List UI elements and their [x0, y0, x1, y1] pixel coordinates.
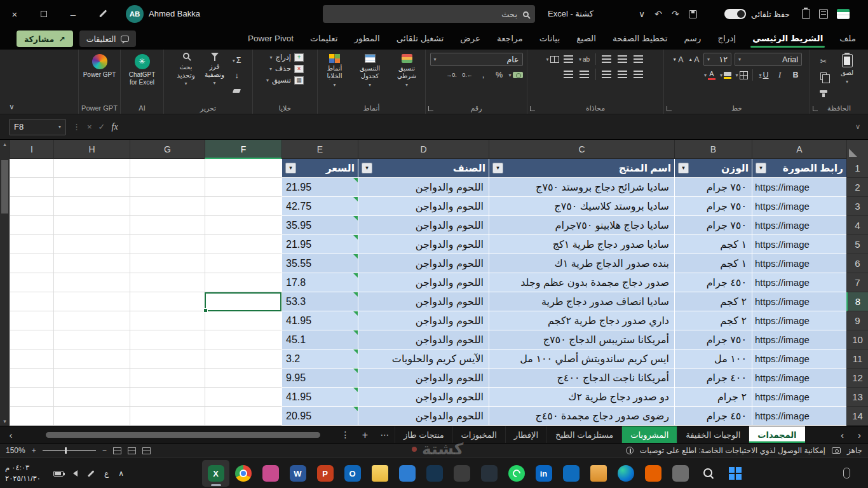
filter-button-D[interactable]: ▾	[362, 163, 372, 173]
row-header-1[interactable]: 1	[846, 159, 868, 178]
cell-H6[interactable]	[53, 254, 130, 273]
cell-I13[interactable]	[10, 388, 53, 407]
cell-E11[interactable]: 3.2	[281, 349, 358, 369]
cut-button[interactable]: ✂	[817, 55, 830, 67]
chatgpt-for-excel-button[interactable]: ✳ ChatGPT for Excel	[124, 53, 161, 86]
cell-styles-button[interactable]: أنماط الخلايا ▾	[320, 53, 350, 88]
cell-G4[interactable]	[130, 216, 205, 235]
cell-H12[interactable]	[53, 369, 130, 388]
cell-B9[interactable]: ٢ كجم	[674, 311, 752, 330]
cell-B6[interactable]: ١ كجم	[674, 254, 752, 273]
cell-G8[interactable]	[130, 292, 205, 311]
fill-button[interactable]: ↓	[231, 69, 243, 82]
dialog-launcher-icon[interactable]	[667, 106, 672, 111]
cell-C4[interactable]: ساديا دجاج هلابينو ٧٥٠جرام	[489, 216, 674, 235]
row-header-6[interactable]: 6	[846, 254, 868, 273]
decrease-decimal-button[interactable]: .0→	[445, 69, 458, 81]
autosave-toggle[interactable]	[724, 9, 746, 19]
taskbar-app-chrome[interactable]	[229, 460, 257, 487]
cell-F3[interactable]	[205, 197, 281, 216]
conditional-formatting-button[interactable]: تنسيق شرطي ▾	[390, 53, 424, 88]
cell-A10[interactable]: https://image	[752, 330, 846, 349]
excel-sheet-icon[interactable]	[837, 9, 850, 19]
sheet-tab-5[interactable]: المخبوزات	[452, 426, 505, 443]
comma-format-button[interactable]: ,	[477, 69, 489, 81]
cell-I2[interactable]	[10, 178, 53, 197]
cell-D10[interactable]: اللحوم والدواجن	[358, 330, 489, 349]
row-header-7[interactable]: 7	[846, 273, 868, 292]
dialog-launcher-icon[interactable]	[530, 106, 535, 111]
cell-A5[interactable]: https://image	[752, 235, 846, 254]
cell-I1[interactable]	[10, 159, 53, 178]
close-button[interactable]: ×	[0, 0, 29, 28]
cell-I14[interactable]	[10, 407, 53, 426]
cell-H13[interactable]	[53, 388, 130, 407]
cancel-entry-icon[interactable]: ×	[87, 122, 92, 132]
sheet-tab-4[interactable]: الإفطار	[505, 426, 546, 443]
cell-H5[interactable]	[53, 235, 130, 254]
taskbar-app-compass-app[interactable]	[421, 460, 448, 487]
cell-D14[interactable]: اللحوم والدواجن	[358, 407, 489, 426]
taskbar-app-excel[interactable]: X	[202, 460, 229, 487]
row-header-3[interactable]: 3	[846, 197, 868, 216]
insert-function-icon[interactable]: fx	[112, 122, 118, 132]
cell-C12[interactable]: أمريكانا ناجت الدجاج ٤٠٠ج	[489, 369, 674, 388]
shrink-font-button[interactable]: A▼	[672, 53, 684, 66]
format-painter-button[interactable]	[817, 85, 830, 98]
row-header-9[interactable]: 9	[846, 311, 868, 330]
taskbar-app-powerpoint[interactable]: P	[311, 460, 339, 487]
save-icon[interactable]	[689, 10, 697, 18]
horizontal-scrollbar[interactable]	[22, 426, 336, 443]
cell-I3[interactable]	[10, 197, 53, 216]
expand-formula-bar-icon[interactable]: ∨	[855, 123, 863, 131]
ribbon-tab-9[interactable]: تشغيل تلقائي	[388, 28, 452, 50]
row-header-10[interactable]: 10	[846, 330, 868, 349]
ribbon-options-icon[interactable]: ∨	[639, 9, 645, 19]
row-header-12[interactable]: 12	[846, 369, 868, 388]
cell-E2[interactable]: 21.95	[281, 178, 358, 197]
percent-format-button[interactable]: %	[492, 69, 505, 81]
italic-button[interactable]: I	[773, 69, 786, 81]
cell-C11[interactable]: ايس كريم ساندويتش أصلي ١٠٠ مل	[489, 349, 674, 369]
fill-color-button[interactable]: ▾	[719, 69, 732, 81]
cell-A2[interactable]: https://image	[752, 178, 846, 197]
cell-D2[interactable]: اللحوم والدواجن	[358, 178, 489, 197]
font-name-select[interactable]: Arial ▾	[735, 53, 802, 66]
sheet-tab-2[interactable]: المشروبات	[621, 426, 677, 443]
align-top-button[interactable]	[632, 53, 645, 65]
cell-E10[interactable]: 45.1	[281, 330, 358, 349]
ribbon-tab-4[interactable]: تخطيط الصفحة	[604, 28, 676, 50]
cell-C14[interactable]: رضوى صدور دجاج مجمدة ٤٥٠ج	[489, 407, 674, 426]
search-input[interactable]: بحث	[323, 5, 535, 23]
cell-B5[interactable]: ١ كجم	[674, 235, 752, 254]
cell-D6[interactable]: اللحوم والدواجن	[358, 254, 489, 273]
cell-F2[interactable]	[205, 178, 281, 197]
cell-G14[interactable]	[130, 407, 205, 426]
cell-G6[interactable]	[130, 254, 205, 273]
taskbar-app-whatsapp[interactable]	[503, 460, 530, 487]
comments-button[interactable]: التعليقات	[79, 30, 136, 47]
cell-I12[interactable]	[10, 369, 53, 388]
align-middle-button[interactable]	[616, 53, 629, 65]
taskbar-app-start[interactable]	[721, 460, 749, 487]
taskbar-app-outlook[interactable]: O	[339, 460, 366, 487]
cell-F6[interactable]	[205, 254, 281, 273]
cell-G1[interactable]	[130, 159, 205, 178]
redo-icon[interactable]: ↷	[672, 9, 679, 19]
align-center-button[interactable]	[616, 68, 629, 81]
column-header-A[interactable]: A	[752, 140, 846, 159]
cell-E6[interactable]: 35.55	[281, 254, 358, 273]
cell-C8[interactable]: ساديا انصاف صدور دجاج طرية	[489, 292, 674, 311]
formula-input[interactable]	[125, 119, 849, 135]
cell-I6[interactable]	[10, 254, 53, 273]
underline-button[interactable]: U▾	[757, 69, 770, 81]
cell-F1[interactable]	[205, 159, 281, 178]
taskbar-app-folder[interactable]	[585, 460, 612, 487]
cell-B8[interactable]: ٢ كجم	[674, 292, 752, 311]
accessibility-status[interactable]: إمكانية الوصول لذوي الاحتياجات الخاصة: ا…	[640, 446, 825, 455]
cell-B4[interactable]: ٧٥٠ جرام	[674, 216, 752, 235]
cell-D1[interactable]: ▾الصنف	[358, 159, 489, 178]
cell-E5[interactable]: 21.95	[281, 235, 358, 254]
zoom-slider-thumb[interactable]	[65, 447, 67, 454]
filter-button-E[interactable]: ▾	[285, 163, 296, 173]
